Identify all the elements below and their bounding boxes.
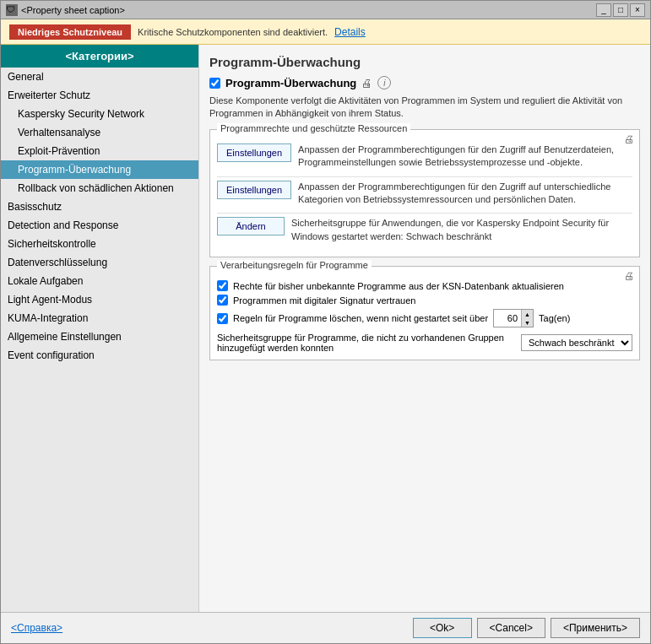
security-group-dropdown[interactable]: Schwach beschränkt xyxy=(521,334,632,351)
settings-text-2: Anpassen der Programmberechtigungen für … xyxy=(298,181,632,207)
group1-inner: Einstellungen Anpassen der Programmberec… xyxy=(217,140,632,243)
dropdown-row: Sicherheitsgruppe für Programme, die nic… xyxy=(217,333,632,353)
component-header: Programm-Überwachung 🖨 i xyxy=(209,76,640,89)
group-programmrechte: Programmrechte und geschützte Ressourcen… xyxy=(209,129,640,257)
sidebar-item-programm-ueberwachung[interactable]: Programm-Überwachung xyxy=(1,160,198,179)
sidebar-item-datenverschluesselung[interactable]: Datenverschlüsselung xyxy=(1,253,198,272)
spinner-row: Regeln für Programme löschen, wenn nicht… xyxy=(217,309,632,327)
sidebar-item-erweiterter-schutz[interactable]: Erweiterter Schutz xyxy=(1,86,198,105)
title-bar: 🛡 <Property sheet caption> _ □ × xyxy=(1,1,650,19)
group-verarbeitungsregeln: Verarbeitungsregeln für Programme 🖨 Rech… xyxy=(209,266,640,360)
sidebar-item-general[interactable]: General xyxy=(1,68,198,86)
apply-button[interactable]: <Применить> xyxy=(551,618,640,638)
checkbox-ksn[interactable] xyxy=(217,280,228,291)
bottom-bar: <Справка> <Ok> <Cancel> <Применить> xyxy=(1,612,650,643)
warning-level-label: Niedriges Schutzniveau xyxy=(9,24,131,40)
sidebar-item-kuma[interactable]: KUMA-Integration xyxy=(1,309,198,327)
page-title: Programm-Überwachung xyxy=(209,55,640,69)
main-content: <Категории> General Erweiterter Schutz K… xyxy=(1,45,650,612)
sidebar: <Категории> General Erweiterter Schutz K… xyxy=(1,45,199,612)
change-button[interactable]: Ändern xyxy=(217,217,285,235)
close-button[interactable]: × xyxy=(630,3,645,17)
settings-text-3: Sicherheitsgruppe für Anwendungen, die v… xyxy=(291,217,632,243)
component-checkbox[interactable] xyxy=(209,78,220,89)
sidebar-item-lokale-aufgaben[interactable]: Lokale Aufgaben xyxy=(1,272,198,290)
content-area: Programm-Überwachung Programm-Überwachun… xyxy=(199,45,650,612)
component-label: Programm-Überwachung xyxy=(225,77,356,89)
info-icon[interactable]: i xyxy=(377,76,391,89)
sidebar-item-rollback[interactable]: Rollback von schädlichen Aktionen xyxy=(1,179,198,198)
window-title: <Property sheet caption> xyxy=(21,5,125,15)
warning-bar: Niedriges Schutzniveau Kritische Schutzk… xyxy=(1,19,650,45)
group1-icon[interactable]: 🖨 xyxy=(624,133,634,145)
spinner-down[interactable]: ▼ xyxy=(521,318,533,327)
settings-button-2[interactable]: Einstellungen xyxy=(217,181,291,199)
sidebar-item-detection-response[interactable]: Detection and Response xyxy=(1,216,198,235)
checkbox-row-2: Programmen mit digitaler Signatur vertra… xyxy=(217,295,632,306)
checkbox-signature[interactable] xyxy=(217,295,228,306)
group2-title: Verarbeitungsregeln für Programme xyxy=(217,260,372,270)
checkbox-regeln[interactable] xyxy=(217,313,228,324)
sidebar-item-verhaltensanalyse[interactable]: Verhaltensanalyse xyxy=(1,123,198,142)
sidebar-item-kaspersky-network[interactable]: Kaspersky Security Network xyxy=(1,105,198,123)
component-description: Diese Komponente verfolgt die Aktivitäte… xyxy=(209,95,640,121)
minimize-button[interactable]: _ xyxy=(596,3,611,17)
spinner-up[interactable]: ▲ xyxy=(521,310,533,318)
sidebar-item-event-config[interactable]: Event configuration xyxy=(1,346,198,365)
group1-title: Programmrechte und geschützte Ressourcen xyxy=(217,123,410,133)
sidebar-item-exploit-praevention[interactable]: Exploit-Prävention xyxy=(1,142,198,160)
sidebar-item-basisschutz[interactable]: Basisschutz xyxy=(1,198,198,216)
spinner-unit: Tag(en) xyxy=(539,313,570,323)
spinner-input[interactable] xyxy=(494,312,521,324)
title-bar-left: 🛡 <Property sheet caption> xyxy=(6,4,125,16)
checkbox-signature-label: Programmen mit digitaler Signatur vertra… xyxy=(233,295,415,306)
title-bar-controls: _ □ × xyxy=(596,3,645,17)
sidebar-header: <Категории> xyxy=(1,45,198,68)
ok-button[interactable]: <Ok> xyxy=(413,618,472,638)
checkbox-ksn-label: Rechte für bisher unbekannte Programme a… xyxy=(233,281,564,291)
dropdown-label: Sicherheitsgruppe für Programme, die nic… xyxy=(217,333,514,353)
maximize-button[interactable]: □ xyxy=(613,3,628,17)
sidebar-item-light-agent[interactable]: Light Agent-Modus xyxy=(1,290,198,309)
warning-message: Kritische Schutzkomponenten sind deaktiv… xyxy=(138,27,328,37)
window-icon: 🛡 xyxy=(6,4,18,16)
group2-inner: Rechte für bisher unbekannte Programme a… xyxy=(217,280,632,353)
settings-row-2: Einstellungen Anpassen der Programmberec… xyxy=(217,176,632,207)
sidebar-item-sicherheitskontrolle[interactable]: Sicherheitskontrolle xyxy=(1,235,198,253)
sidebar-item-allgemeine-einstellungen[interactable]: Allgemeine Einstellungen xyxy=(1,327,198,346)
warning-details-link[interactable]: Details xyxy=(334,26,366,38)
group2-icon[interactable]: 🖨 xyxy=(624,270,634,282)
copy-icon[interactable]: 🖨 xyxy=(361,77,372,89)
checkbox-row-1: Rechte für bisher unbekannte Programme a… xyxy=(217,280,632,291)
spinner-arrows: ▲ ▼ xyxy=(521,310,533,327)
settings-row-3: Ändern Sicherheitsgruppe für Anwendungen… xyxy=(217,213,632,243)
cancel-button[interactable]: <Cancel> xyxy=(477,618,545,638)
main-window: 🛡 <Property sheet caption> _ □ × Niedrig… xyxy=(0,0,651,644)
settings-row-1: Einstellungen Anpassen der Programmberec… xyxy=(217,140,632,170)
bottom-buttons: <Ok> <Cancel> <Применить> xyxy=(413,618,640,638)
checkbox-regeln-label: Regeln für Programme löschen, wenn nicht… xyxy=(233,313,488,323)
help-link[interactable]: <Справка> xyxy=(11,622,62,634)
spinner-box: ▲ ▼ xyxy=(493,309,534,327)
settings-text-1: Anpassen der Programmberechtigungen für … xyxy=(298,143,632,170)
settings-button-1[interactable]: Einstellungen xyxy=(217,143,291,162)
